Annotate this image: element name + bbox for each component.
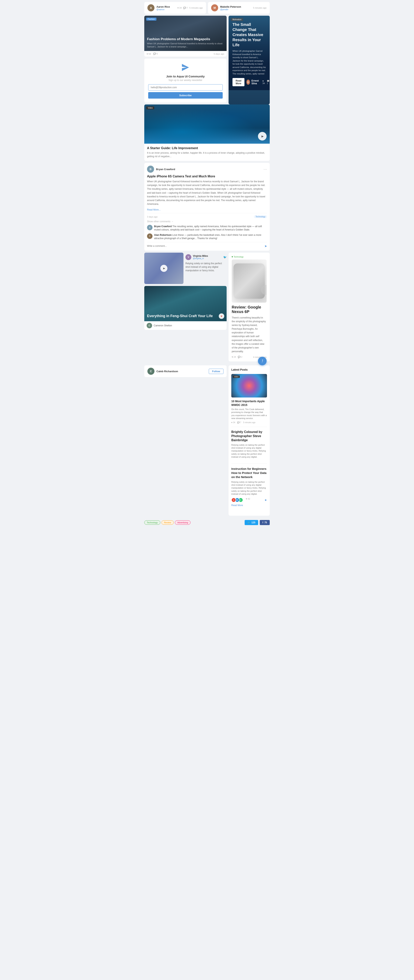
twitter-icon: 🐦 xyxy=(223,256,227,259)
motivation-tag: Motivation xyxy=(231,18,243,21)
bookmark-icon[interactable]: ★ xyxy=(264,498,267,501)
follow-button[interactable]: Follow xyxy=(209,369,223,374)
comment-avatar-1: A xyxy=(147,234,153,239)
user-meta-aaron: ♥ 34 💬 7 5 minutes ago xyxy=(177,7,203,9)
newsletter-subtitle: Sign up to our weekly newsletter xyxy=(148,79,223,81)
post-date: 3 days ago xyxy=(147,216,158,218)
tag-technology[interactable]: Technology xyxy=(144,520,160,525)
phone-shape xyxy=(234,263,265,299)
latest-post-thumb-0: Video xyxy=(231,374,267,398)
bottom-two-col: ▶ V Virginia Miles @virginia_m 🐦 Relying… xyxy=(144,253,270,362)
newsletter-title: Join to Aqua UI Community xyxy=(148,75,223,78)
user-meta-mabelle: 5 minutes ago xyxy=(253,7,267,9)
review-tag-label: Technology xyxy=(234,256,244,258)
user-handle-aaron: @aarice xyxy=(156,8,175,11)
comment-0: B Bryan Crawford The resulting series, a… xyxy=(147,225,267,231)
video-starter-card: Video ▶ A Starter Guide: Life Improvemen… xyxy=(144,105,270,161)
play-icon-2: ▶ xyxy=(163,267,165,270)
caleb-row: C Caleb Richardson Follow xyxy=(144,365,227,377)
fashion-title: Fashion Problems of Modern Megapolis xyxy=(147,37,224,41)
show-comments-link[interactable]: Show other comments → xyxy=(147,220,267,223)
heart-icon-fengshui: ♥ xyxy=(221,315,222,318)
motivation-card: Motivation The Small Change That Creates… xyxy=(229,16,270,105)
iphone-post-title: Apple iPhone 6S Camera Test and Much Mor… xyxy=(147,175,267,178)
video-starter-title: A Starter Guide: Life Improvement xyxy=(147,146,267,150)
play-button-2[interactable]: ▶ xyxy=(160,265,167,272)
video-card-2: ▶ V Virginia Miles @virginia_m 🐦 Relying… xyxy=(144,253,227,284)
newsletter-email-input[interactable] xyxy=(148,84,223,91)
twitter-share-count: 125 xyxy=(252,521,255,524)
comment-icon: 💬 xyxy=(183,7,186,9)
comment-author-0: Bryan Crawford xyxy=(154,225,172,228)
twitter-share-icon: 🐦 xyxy=(247,521,250,524)
latest-post-2: Instruction for Beginners How to Protect… xyxy=(231,467,267,510)
user-name-aaron: Aaron Rice xyxy=(156,5,175,8)
motivation-desc: When UK photographer Garrod Kirkwood tra… xyxy=(232,49,266,75)
latest-posts-area: C Caleb Richardson Follow Latest Posts V… xyxy=(144,365,270,515)
tech-dot xyxy=(232,256,233,257)
bottom-bar: Technology Review Advertising 🐦 125 f 75 xyxy=(144,518,270,527)
heart-icon-fashion: ♥ xyxy=(146,53,148,55)
post-more-menu[interactable]: ⋯ xyxy=(263,167,267,171)
latest-post-0: Video 10 Most Importants Apple WWDC 2015… xyxy=(231,374,267,427)
video-2-avatar: V xyxy=(185,254,191,260)
facebook-share-button[interactable]: f 75 xyxy=(260,520,270,525)
post-author-name: Bryan Crawford xyxy=(156,168,175,171)
facebook-share-icon: f xyxy=(263,521,263,524)
read-more-link-2[interactable]: Read More xyxy=(231,504,267,507)
newsletter-icon xyxy=(180,62,190,72)
tag-review[interactable]: Review xyxy=(161,520,174,525)
fengshui-card: Everything in Feng-Shui Craft Your Life … xyxy=(144,286,227,330)
fengshui-author-avatar: C xyxy=(146,323,152,328)
comment-icon-fashion: 💬 xyxy=(153,52,156,55)
user-cards-row: A Aaron Rice @aarice ♥ 34 💬 7 5 minutes … xyxy=(144,2,270,14)
latest-post-title-1: Brightly Coloured by Photographer Steve … xyxy=(231,430,267,442)
twitter-share-button[interactable]: 🐦 125 xyxy=(245,520,258,525)
fengshui-title: Everything in Feng-Shui Craft Your Life xyxy=(147,314,224,318)
comment-avatar-0: B xyxy=(147,225,153,230)
user-card-aaron: A Aaron Rice @aarice ♥ 34 💬 7 5 minutes … xyxy=(144,2,206,14)
share-fab[interactable]: ⤴ xyxy=(258,357,267,365)
comment-input[interactable] xyxy=(147,245,263,247)
latest-posts-sidebar: Latest Posts Video 10 Most Importants Ap… xyxy=(229,365,270,515)
fashion-tag: Fashion xyxy=(146,18,156,21)
subscribe-button[interactable]: Subscribe xyxy=(148,92,223,99)
user-time-aaron: 5 minutes ago xyxy=(189,7,203,9)
latest-post-title-0: 10 Most Importants Apple WWDC 2015 xyxy=(231,399,267,407)
heart-icon: ♥ xyxy=(177,7,179,9)
read-more-link[interactable]: Read More... xyxy=(147,208,161,211)
user-name-mabelle: Mabelle Peterson xyxy=(220,5,251,8)
latest-post-title-2: Instruction for Beginners How to Protect… xyxy=(231,467,267,479)
user-time-mabelle: 5 minutes ago xyxy=(253,7,267,9)
video-2-handle: @virginia_m xyxy=(193,257,208,259)
video-2-desc: Relying solely on taking the perfect sho… xyxy=(185,262,227,272)
motivation-author-avatar: E xyxy=(247,80,250,85)
comment-1: A Alan Robertson Love these — particular… xyxy=(147,234,267,240)
video-thumb-2: ▶ xyxy=(144,253,183,284)
play-button[interactable]: ▶ xyxy=(258,132,267,140)
iphone-post-card: B Bryan Crawford ⋯ Apple iPhone 6S Camer… xyxy=(144,163,270,251)
fengshui-heart-btn[interactable]: ♥ xyxy=(219,313,224,319)
send-icon[interactable]: ➤ xyxy=(264,244,267,248)
comment-input-row: ➤ xyxy=(147,242,267,248)
latest-posts-title: Latest Posts xyxy=(231,368,267,371)
avatar-mabelle: M xyxy=(211,4,218,11)
likes-count: ♥ 42 xyxy=(246,498,250,502)
svg-marker-0 xyxy=(182,64,189,71)
share-icon: ⤴ xyxy=(261,359,263,363)
latest-post-desc-0: On this count, Tim Cook delivered, promi… xyxy=(231,408,267,420)
iphone-post-text: When UK photographer Garrod Kirkwood tra… xyxy=(147,180,267,206)
review-card: Technology Review: Google Nexus 6P There… xyxy=(229,253,270,362)
review-desc: There's something beautiful in the simpl… xyxy=(232,316,267,353)
user-handle-mabelle: @pmabr xyxy=(220,8,251,11)
caleb-name: Caleb Richardson xyxy=(156,370,178,373)
latest-post-desc-2: Relying solely on taking the perfect sho… xyxy=(231,480,267,496)
latest-post-1: Brightly Coloured by Photographer Steve … xyxy=(231,430,267,463)
phone-image xyxy=(232,259,267,302)
caleb-avatar: C xyxy=(147,368,154,375)
motivation-author-name: Ernest Silva xyxy=(252,80,261,85)
post-tag[interactable]: Technology xyxy=(254,215,267,218)
tag-advertising[interactable]: Advertising xyxy=(175,520,191,525)
read-more-button[interactable]: Read More xyxy=(232,78,244,86)
comments-section: Show other comments → B Bryan Crawford T… xyxy=(147,220,267,248)
